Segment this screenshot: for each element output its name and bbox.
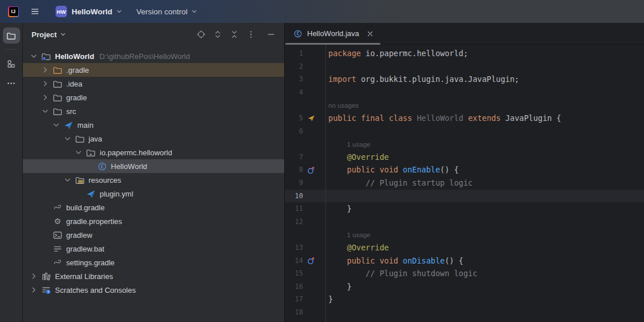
tree-item--gradle[interactable]: .gradle <box>23 63 284 77</box>
editor-gutter: 11 <box>285 202 325 215</box>
code-line-9[interactable]: 9 // Plugin startup logic <box>285 176 644 190</box>
override-gutter-icon[interactable] <box>307 256 316 265</box>
line-number: 17 <box>285 293 303 306</box>
code-line-2[interactable]: 2 <box>285 60 644 73</box>
code-token: package <box>328 49 361 58</box>
tree-item-external-libraries[interactable]: External Libraries <box>23 269 284 283</box>
tree-item-gradlew[interactable]: gradlew <box>23 228 284 242</box>
tree-item-gradle[interactable]: gradle <box>23 91 284 104</box>
plugin-gutter-icon[interactable] <box>307 113 316 123</box>
code-line-4[interactable]: 4 <box>285 86 644 99</box>
tab-helloworld-java[interactable]: C HelloWorld.java <box>285 23 381 44</box>
code-editor[interactable]: 1package io.papermc.helloworld;23import … <box>285 45 644 322</box>
tree-item-label: settings.gradle <box>66 258 115 267</box>
code-line-14[interactable]: 14 public void onDisable() { <box>285 254 644 268</box>
usages-inlay-hint[interactable]: no usages <box>328 102 359 109</box>
options-button[interactable] <box>246 29 256 40</box>
gutter-spacer <box>307 282 316 291</box>
main-menu-button[interactable] <box>27 5 43 18</box>
gutter-spacer <box>307 308 316 317</box>
collapse-all-button[interactable] <box>229 29 239 40</box>
code-line-7[interactable]: 7 @Override <box>285 151 644 164</box>
chevron-down-icon[interactable] <box>29 52 38 61</box>
code-line-17[interactable]: 17} <box>285 293 644 306</box>
editor-gutter: 16 <box>285 280 325 293</box>
tree-item-src[interactable]: src <box>23 104 284 118</box>
paper-plane-icon <box>86 189 96 199</box>
tree-item-label: .gradle <box>66 66 89 74</box>
gradle-icon <box>53 203 62 213</box>
vcs-widget[interactable]: Version control <box>133 5 201 18</box>
code-line-11[interactable]: 11 } <box>285 202 644 215</box>
tree-item-label: plugin.yml <box>100 190 133 198</box>
code-line-13[interactable]: 13 @Override <box>285 241 644 254</box>
stripe-project-button[interactable] <box>3 28 20 44</box>
tree-item-settings-gradle[interactable]: settings.gradle <box>23 256 284 269</box>
override-gutter-icon[interactable] <box>307 166 316 175</box>
select-opened-file-button[interactable] <box>196 29 206 40</box>
hide-button[interactable] <box>266 29 276 40</box>
code-line-16[interactable]: 16 } <box>285 280 644 293</box>
code-token <box>464 113 468 123</box>
tree-item-plugin-yml[interactable]: plugin.yml <box>23 187 284 201</box>
tree-item-label: HelloWorld <box>55 52 94 61</box>
chevron-down-icon[interactable] <box>41 107 50 116</box>
gutter-spacer <box>307 101 316 110</box>
code-line-18[interactable]: 18 <box>285 306 644 319</box>
tree-item-label: gradle <box>66 93 87 102</box>
tree-item-io-papermc-helloworld[interactable]: io.papermc.helloworld <box>23 146 284 159</box>
code-line-3[interactable]: 3import org.bukkit.plugin.java.JavaPlugi… <box>285 73 644 86</box>
terminal-icon <box>53 230 62 240</box>
line-number: 5 <box>285 112 303 125</box>
chevron-right-icon[interactable] <box>41 79 50 88</box>
chevron-down-icon[interactable] <box>63 175 72 184</box>
chevron-right-icon[interactable] <box>29 285 38 294</box>
svg-text:⚙: ⚙ <box>54 217 61 226</box>
line-number: 2 <box>285 60 303 73</box>
chevron-right-icon[interactable] <box>41 65 50 74</box>
expand-all-button[interactable] <box>213 29 223 40</box>
code-line-6[interactable]: 6 <box>285 125 644 138</box>
code-token <box>328 165 347 174</box>
stripe-more-tool-windows-button[interactable] <box>3 75 20 91</box>
code-token: } <box>328 294 333 304</box>
chevron-right-icon[interactable] <box>29 272 38 281</box>
tree-item-helloworld[interactable]: HelloWorldD:\githubRePos\HelloWorld <box>23 49 284 63</box>
close-icon <box>367 30 374 37</box>
tree-item-label: HelloWorld <box>111 162 147 171</box>
usages-inlay-hint[interactable]: 1 usage <box>347 141 371 148</box>
chevron-down-icon <box>60 31 66 38</box>
project-panel-header: Project <box>23 23 284 46</box>
project-name: HelloWorld <box>72 7 112 16</box>
tree-item-gradle-properties[interactable]: ⚙gradle.properties <box>23 214 284 228</box>
tree-item--idea[interactable]: .idea <box>23 77 284 91</box>
usages-inlay-hint[interactable]: 1 usage <box>347 231 371 238</box>
tree-item-build-gradle[interactable]: build.gradle <box>23 201 284 214</box>
tree-item-resources[interactable]: resources <box>23 173 284 187</box>
code-line-8[interactable]: 8 public void onEnable() { <box>285 163 644 176</box>
tree-item-helloworld[interactable]: CHelloWorld <box>23 159 284 173</box>
code-line-10[interactable]: 10 <box>285 190 644 203</box>
tree-item-gradlew-bat[interactable]: gradlew.bat <box>23 242 284 256</box>
code-line-1[interactable]: 1package io.papermc.helloworld; <box>285 47 644 60</box>
code-line-12[interactable]: 12 <box>285 215 644 229</box>
tree-item-java[interactable]: java <box>23 132 284 146</box>
stripe-structure-button[interactable] <box>3 56 20 72</box>
intellij-logo-text: IJ <box>11 9 15 14</box>
chevron-down-icon[interactable] <box>74 148 83 157</box>
line-number: 6 <box>285 125 303 138</box>
chevron-right-icon[interactable] <box>41 93 50 102</box>
chevron-down-icon[interactable] <box>63 134 72 143</box>
chevron-down-icon[interactable] <box>52 120 61 129</box>
code-line-15[interactable]: 15 // Plugin shutdown logic <box>285 267 644 280</box>
tree-item-scratches-and-consoles[interactable]: Scratches and Consoles <box>23 283 284 297</box>
chevron-down-icon <box>63 175 72 184</box>
tree-item-main[interactable]: main <box>23 118 284 132</box>
tab-close-button[interactable] <box>366 30 374 38</box>
gutter-spacer <box>307 269 316 278</box>
project-widget[interactable]: HW HelloWorld <box>52 3 126 19</box>
code-token <box>328 243 347 252</box>
project-view-selector[interactable]: Project <box>32 30 66 39</box>
code-line-5[interactable]: 5public final class HelloWorld extends J… <box>285 112 644 125</box>
folder-resources-icon <box>75 175 85 185</box>
